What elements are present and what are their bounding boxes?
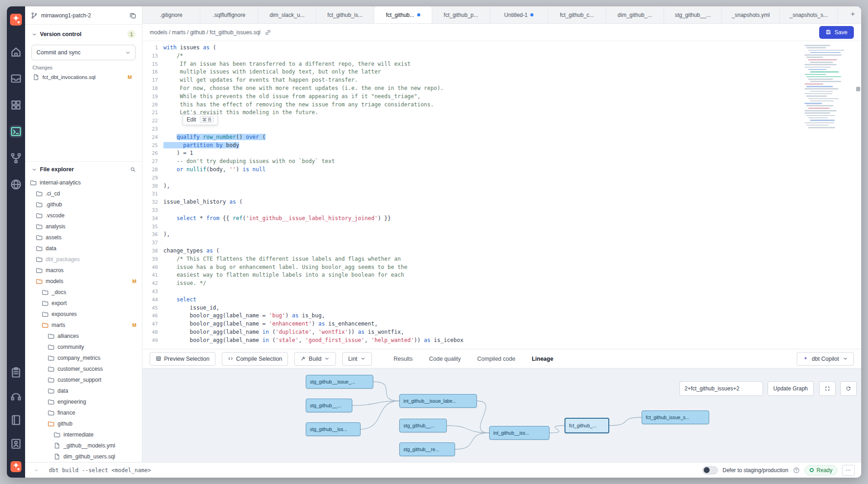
edit-tooltip-label[interactable]: Edit — [187, 116, 196, 123]
tab-fct_github_is...[interactable]: fct_github_is... — [316, 6, 374, 23]
tree-item-dim_github_users.sql[interactable]: dim_github_users.sql — [25, 451, 142, 462]
refresh-graph-button[interactable] — [840, 381, 857, 396]
code-line-13[interactable]: 13 /* — [142, 52, 861, 60]
expand-command-bar-button[interactable] — [31, 465, 42, 475]
code-line-16[interactable]: 16 multiple issues with identical body t… — [142, 68, 861, 76]
tree-item-assets[interactable]: assets — [25, 232, 142, 243]
partner-logo[interactable] — [10, 461, 21, 472]
code-line-49[interactable]: 49 boolor_agg(label_name in ('stale', 'g… — [142, 337, 861, 345]
version-control-header[interactable]: Version control 1 — [25, 25, 142, 41]
code-line-37[interactable]: 37 — [142, 239, 861, 247]
code-line-45[interactable]: 45 issue_id, — [142, 304, 861, 312]
file-link-icon[interactable] — [264, 29, 272, 36]
lineage-node-fct_github_issue_s[interactable]: fct_github_issue_s... — [642, 410, 709, 424]
tree-item-engineering[interactable]: engineering — [25, 396, 142, 407]
code-line-46[interactable]: 46 boolor_agg(label_name = 'bug') as is_… — [142, 312, 861, 320]
tree-item-data[interactable]: data — [25, 385, 142, 396]
lineage-node-stg_github__re[interactable]: stg_github__re... — [399, 442, 455, 456]
tree-item-exposures[interactable]: exposures — [25, 309, 142, 320]
tree-item-community[interactable]: community — [25, 342, 142, 352]
code-editor[interactable]: 1with issues as (13 /*15 If an issue has… — [142, 41, 861, 349]
code-line-28[interactable]: 28 or nullif(body, '') is null — [142, 166, 861, 174]
changed-file-item[interactable]: fct_dbt_invocations.sql M — [29, 71, 138, 83]
lineage-node-int_github__issue_labe[interactable]: int_github__issue_labe... — [399, 394, 477, 408]
lineage-selector-input[interactable] — [680, 381, 763, 396]
tree-item-.ci_cd[interactable]: .ci_cd — [25, 188, 142, 199]
code-line-36[interactable]: 36), — [142, 231, 861, 239]
tree-item-github[interactable]: github — [25, 418, 142, 429]
save-button[interactable]: Save — [819, 26, 854, 39]
lint-button[interactable]: Lint — [342, 352, 372, 366]
code-line-21[interactable]: 21 Let's revisit this modeling in the fu… — [142, 109, 861, 117]
code-line-47[interactable]: 47 boolor_agg(label_name = 'enhancement'… — [142, 320, 861, 328]
code-line-31[interactable]: 31 — [142, 190, 861, 198]
code-line-17[interactable]: 17 will get updates for events that happ… — [142, 76, 861, 84]
defer-toggle[interactable] — [702, 466, 718, 474]
tree-item-customer_support[interactable]: customer_support — [25, 374, 142, 385]
clipboard-icon[interactable] — [10, 366, 22, 379]
home-icon[interactable] — [10, 46, 22, 58]
help-icon[interactable] — [793, 467, 800, 474]
globe-icon[interactable] — [10, 178, 22, 191]
command-input[interactable]: dbt build --select <model_name> — [49, 467, 151, 473]
book-icon[interactable] — [10, 414, 22, 426]
badge-icon[interactable] — [10, 437, 22, 450]
code-line-39[interactable]: 39 /* This CTE flattens the different is… — [142, 255, 861, 263]
code-line-18[interactable]: 18 For now, choose the one with more rec… — [142, 84, 861, 93]
lineage-node-int_github__iss[interactable]: int_github__iss... — [489, 426, 549, 440]
tree-item-internal-analytics[interactable]: internal-analytics — [25, 177, 142, 188]
update-graph-button[interactable]: Update Graph — [768, 381, 814, 396]
code-line-34[interactable]: 34 select * from {{ ref('int_github__iss… — [142, 215, 861, 223]
dbt-copilot-button[interactable]: dbt Copilot — [797, 352, 854, 366]
headset-icon[interactable] — [10, 390, 22, 403]
code-line-25[interactable]: 25 partition by body — [142, 142, 861, 150]
tab-stg_github__...[interactable]: stg_github__... — [664, 6, 722, 23]
lineage-node-stg_github__issue_[interactable]: stg_github__issue_... — [306, 375, 373, 389]
code-line-38[interactable]: 38change_types as ( — [142, 247, 861, 255]
code-line-33[interactable]: 33 — [142, 206, 861, 215]
code-line-19[interactable]: 19 While this prevents the old issue fro… — [142, 93, 861, 101]
code-line-24[interactable]: 24 qualify row_number() over ( — [142, 133, 861, 142]
tab-_snapshots_s...[interactable]: _snapshots_s... — [780, 6, 838, 23]
code-line-43[interactable]: 43 — [142, 288, 861, 296]
tab-_snapshots.yml[interactable]: _snapshots.yml — [722, 6, 780, 23]
search-icon[interactable] — [130, 167, 136, 173]
tab-untitled-1[interactable]: Untitled-1 — [490, 6, 548, 23]
copy-branch-icon[interactable] — [129, 12, 136, 19]
branch-name[interactable]: mirnawong1-patch-2 — [41, 12, 126, 19]
tab-.sqlfluffignore[interactable]: .sqlfluffignore — [200, 6, 258, 23]
tree-item-_github__models.yml[interactable]: _github__models.yml — [25, 440, 142, 451]
more-options-button[interactable] — [842, 465, 855, 476]
dbt-logo[interactable] — [10, 14, 22, 26]
preview-selection-button[interactable]: Preview Selection — [150, 352, 215, 366]
code-line-26[interactable]: 26 ) = 1 — [142, 149, 861, 158]
code-line-48[interactable]: 48 boolor_agg(label_name in ('duplicate'… — [142, 328, 861, 337]
tab-fct_github_p...[interactable]: fct_github_p... — [432, 6, 490, 23]
minimap[interactable] — [805, 45, 854, 129]
tree-item-macros[interactable]: macros — [25, 265, 142, 276]
tab-fct_github_c...[interactable]: fct_github_c... — [548, 6, 606, 23]
code-line-35[interactable]: 35 — [142, 223, 861, 231]
tab-dim_github_...[interactable]: dim_github_... — [606, 6, 664, 23]
panel-tab-code-quality[interactable]: Code quality — [429, 356, 461, 362]
tree-item-analysis[interactable]: analysis — [25, 221, 142, 232]
tree-item-dbt_packages[interactable]: dbt_packages — [25, 254, 142, 265]
tree-item-customer_success[interactable]: customer_success — [25, 363, 142, 374]
tree-item-models[interactable]: modelsM — [25, 276, 142, 287]
code-line-40[interactable]: 40 issue has a bug or enhancement label.… — [142, 263, 861, 272]
tree-item-finance[interactable]: finance — [25, 407, 142, 418]
build-button[interactable]: Build — [294, 352, 336, 366]
code-line-30[interactable]: 30), — [142, 182, 861, 190]
tree-item-.github[interactable]: .github — [25, 199, 142, 210]
tab-.gitignore[interactable]: .gitignore — [142, 6, 200, 23]
tree-item-intermediate[interactable]: intermediate — [25, 429, 142, 440]
tree-item-alliances[interactable]: alliances — [25, 331, 142, 342]
panel-tab-lineage[interactable]: Lineage — [532, 356, 553, 362]
tree-item-marts[interactable]: martsM — [25, 320, 142, 331]
new-tab-button[interactable] — [845, 6, 861, 23]
grid-icon[interactable] — [10, 99, 22, 111]
lineage-node-stg_github__[interactable]: stg_github__... — [399, 419, 447, 432]
code-line-20[interactable]: 20 this has the effect of removing the n… — [142, 101, 861, 109]
code-line-1[interactable]: 1with issues as ( — [142, 44, 861, 52]
commit-and-sync-button[interactable]: Commit and sync — [31, 45, 136, 60]
